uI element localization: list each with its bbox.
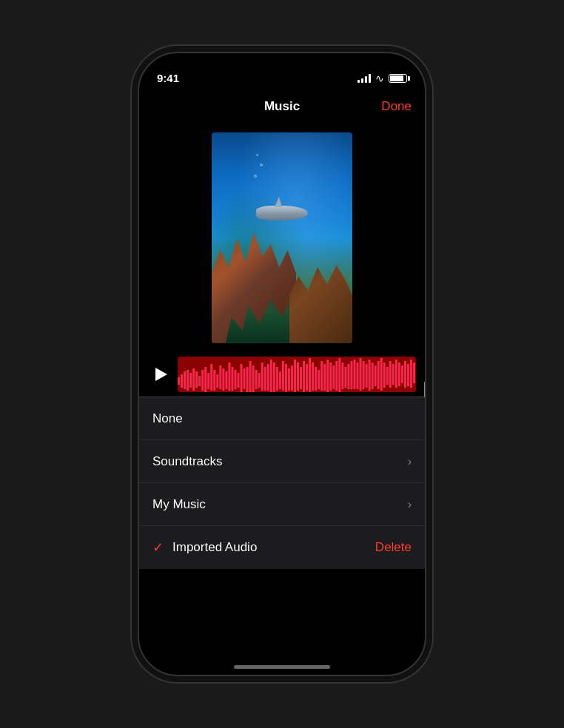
svg-rect-72	[392, 364, 395, 385]
home-indicator	[234, 665, 330, 669]
status-time: 9:41	[157, 72, 179, 86]
signal-icon	[357, 74, 371, 83]
svg-rect-71	[389, 361, 392, 388]
svg-rect-20	[238, 373, 240, 388]
svg-rect-78	[410, 360, 412, 388]
svg-rect-16	[225, 371, 227, 389]
battery-fill	[390, 75, 403, 81]
battery-icon	[389, 74, 407, 83]
svg-rect-9	[204, 367, 207, 392]
play-button[interactable]	[148, 363, 172, 386]
svg-rect-39	[294, 360, 296, 392]
svg-rect-28	[261, 363, 263, 391]
svg-rect-48	[320, 361, 323, 391]
svg-rect-1	[181, 374, 183, 388]
wifi-icon: ∿	[375, 73, 384, 84]
aquarium-scene	[212, 132, 352, 343]
menu-item-none[interactable]: None	[139, 397, 425, 440]
delete-button[interactable]: Delete	[375, 540, 412, 555]
svg-rect-43	[306, 364, 308, 391]
svg-rect-18	[231, 367, 233, 391]
svg-rect-63	[366, 364, 368, 388]
svg-rect-26	[255, 370, 258, 389]
svg-rect-40	[297, 363, 299, 391]
svg-rect-31	[270, 360, 272, 392]
svg-rect-73	[395, 360, 397, 388]
svg-rect-69	[383, 363, 386, 388]
svg-rect-3	[187, 370, 189, 391]
svg-rect-65	[372, 363, 374, 389]
svg-rect-55	[341, 363, 343, 389]
play-icon	[155, 368, 167, 381]
phone-frame: 9:41 ∿ Music Done	[138, 52, 426, 676]
menu-item-my-music[interactable]: My Music ›	[139, 483, 425, 526]
svg-rect-27	[258, 373, 261, 388]
notch	[223, 53, 341, 75]
menu-item-none-label: None	[152, 411, 412, 426]
svg-rect-19	[234, 370, 236, 389]
svg-rect-13	[216, 374, 218, 388]
svg-rect-51	[329, 363, 332, 391]
nav-bar: Music Done	[139, 90, 425, 123]
svg-rect-12	[213, 370, 215, 391]
svg-rect-61	[360, 358, 362, 391]
svg-rect-44	[309, 358, 311, 392]
svg-rect-32	[273, 363, 275, 392]
svg-rect-60	[357, 363, 359, 389]
svg-rect-33	[276, 367, 278, 391]
svg-rect-50	[326, 360, 329, 392]
svg-rect-2	[184, 371, 186, 389]
svg-rect-67	[377, 361, 380, 389]
svg-rect-23	[246, 367, 249, 392]
svg-rect-46	[315, 367, 317, 391]
svg-rect-68	[380, 358, 383, 391]
nav-title: Music	[264, 99, 300, 114]
menu-item-soundtracks[interactable]: Soundtracks ›	[139, 440, 425, 483]
chevron-right-icon: ›	[408, 455, 412, 468]
svg-rect-8	[201, 370, 204, 391]
video-thumbnail	[212, 132, 352, 343]
coral-right	[289, 248, 353, 343]
menu-item-imported-audio[interactable]: ✓ Imported Audio Delete	[139, 526, 425, 569]
svg-rect-62	[363, 361, 365, 389]
svg-rect-21	[241, 364, 243, 392]
svg-rect-15	[222, 368, 224, 391]
svg-rect-10	[207, 373, 209, 389]
menu-list: None Soundtracks › My Music › ✓ Imported…	[139, 397, 425, 569]
svg-rect-42	[303, 361, 305, 392]
svg-rect-14	[219, 365, 221, 389]
svg-rect-66	[375, 365, 377, 386]
svg-rect-17	[228, 363, 230, 391]
video-preview	[139, 123, 425, 352]
waveform-area	[139, 352, 425, 397]
menu-item-imported-audio-label: Imported Audio	[172, 540, 375, 555]
svg-rect-49	[323, 364, 326, 391]
svg-rect-75	[401, 365, 403, 383]
svg-rect-4	[189, 373, 192, 388]
svg-rect-34	[279, 371, 281, 389]
svg-rect-6	[195, 371, 198, 388]
svg-rect-47	[318, 370, 320, 389]
svg-rect-22	[244, 368, 246, 389]
svg-rect-37	[288, 368, 290, 391]
svg-rect-41	[300, 367, 302, 389]
svg-rect-54	[338, 358, 340, 392]
svg-rect-0	[178, 377, 180, 385]
svg-rect-24	[249, 361, 252, 392]
svg-rect-25	[252, 365, 255, 392]
checkmark-icon: ✓	[152, 539, 164, 556]
menu-item-soundtracks-label: Soundtracks	[152, 454, 408, 469]
svg-rect-52	[332, 365, 335, 389]
svg-rect-76	[404, 361, 406, 388]
waveform	[178, 357, 416, 392]
svg-rect-7	[198, 376, 201, 386]
shark	[256, 206, 308, 228]
power-button[interactable]	[425, 168, 426, 220]
svg-rect-56	[344, 367, 346, 388]
done-button[interactable]: Done	[381, 99, 412, 114]
svg-rect-11	[210, 364, 212, 391]
status-icons: ∿	[357, 73, 407, 86]
svg-rect-57	[347, 364, 349, 389]
svg-rect-30	[267, 364, 269, 391]
svg-rect-38	[291, 365, 293, 391]
